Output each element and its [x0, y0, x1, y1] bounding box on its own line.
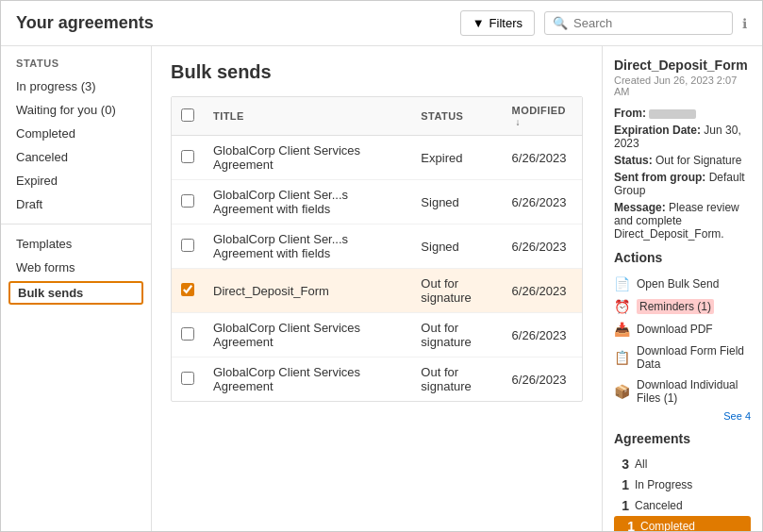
- action-download-individual-label: Download Individual Files (1): [637, 378, 751, 405]
- row-modified: 6/26/2023: [503, 180, 582, 224]
- panel-status: Status: Out for Signature: [614, 154, 751, 167]
- select-all-col: [172, 97, 204, 136]
- agreements-canceled-num: 1: [614, 498, 629, 513]
- sidebar-item-canceled[interactable]: Canceled: [1, 145, 151, 169]
- top-bar: Your agreements ▼ Filters 🔍 ℹ: [1, 1, 762, 46]
- sidebar-item-in-progress[interactable]: In progress (3): [1, 75, 151, 98]
- filter-button[interactable]: ▼ Filters: [460, 10, 535, 36]
- filter-icon: ▼: [473, 16, 485, 30]
- select-all-checkbox[interactable]: [181, 108, 194, 122]
- sidebar-item-web-forms[interactable]: Web forms: [1, 256, 151, 279]
- panel-message: Message: Please review and complete Dire…: [614, 201, 751, 241]
- download-pdf-icon: 📥: [614, 322, 630, 337]
- row-check-col: [172, 357, 204, 402]
- agreements-in-progress-label: In Progress: [635, 478, 692, 491]
- action-download-pdf-label: Download PDF: [637, 323, 713, 336]
- row-status: Out for signature: [411, 313, 502, 357]
- row-checkbox-1[interactable]: [181, 194, 194, 208]
- row-modified: 6/26/2023: [503, 224, 582, 269]
- main-layout: STATUS In progress (3) Waiting for you (…: [1, 46, 762, 531]
- row-checkbox-0[interactable]: [181, 150, 194, 163]
- row-title: GlobalCorp Client Services Agreement: [204, 313, 411, 357]
- agreements-row-in-progress[interactable]: 1 In Progress: [614, 474, 751, 495]
- row-status: Signed: [411, 180, 502, 224]
- sidebar-item-expired[interactable]: Expired: [1, 169, 151, 192]
- agreements-row-canceled[interactable]: 1 Canceled: [614, 495, 751, 516]
- actions-section-title: Actions: [614, 250, 751, 265]
- action-reminders[interactable]: ⏰ Reminders (1): [614, 295, 751, 318]
- table-row[interactable]: GlobalCorp Client Services Agreement Out…: [172, 313, 582, 357]
- row-check-col: [172, 224, 204, 269]
- panel-from: From:: [614, 107, 751, 120]
- row-modified: 6/26/2023: [503, 357, 582, 402]
- top-bar-actions: ▼ Filters 🔍 ℹ: [460, 10, 747, 36]
- sidebar-item-waiting[interactable]: Waiting for you (0): [1, 98, 151, 122]
- row-title: GlobalCorp Client Services Agreement: [204, 357, 411, 402]
- agreements-completed-num: 1: [620, 519, 635, 531]
- table-header-row: TITLE STATUS MODIFIED ↓: [172, 97, 582, 136]
- sidebar-item-draft[interactable]: Draft: [1, 192, 151, 216]
- row-check-col: [172, 136, 204, 180]
- row-title: GlobalCorp Client Ser...s Agreement with…: [204, 224, 411, 269]
- agreements-row-completed[interactable]: 1 Completed: [614, 516, 751, 531]
- row-check-col: [172, 180, 204, 224]
- row-modified: 6/26/2023: [503, 269, 582, 313]
- table-row[interactable]: GlobalCorp Client Ser...s Agreement with…: [172, 180, 582, 224]
- row-modified: 6/26/2023: [503, 136, 582, 180]
- bulk-sends-table: TITLE STATUS MODIFIED ↓: [172, 97, 582, 401]
- info-icon[interactable]: ℹ: [742, 16, 747, 31]
- agreements-row-all[interactable]: 3 All: [614, 454, 751, 474]
- title-col-header[interactable]: TITLE: [204, 97, 411, 136]
- see-all-link[interactable]: See 4: [614, 410, 751, 422]
- right-panel: Direct_Deposit_Form Created Jun 26, 2023…: [602, 46, 762, 531]
- agreements-completed-label: Completed: [640, 520, 695, 531]
- sort-icon: ↓: [516, 117, 521, 127]
- table-row[interactable]: GlobalCorp Client Services Agreement Out…: [172, 357, 582, 402]
- search-box: 🔍: [544, 11, 733, 35]
- action-open-bulk-send-label: Open Bulk Send: [637, 277, 719, 291]
- download-individual-icon: 📦: [614, 384, 630, 399]
- row-status: Out for signature: [411, 357, 502, 402]
- sidebar-item-templates[interactable]: Templates: [1, 232, 151, 256]
- row-title: GlobalCorp Client Services Agreement: [204, 136, 411, 180]
- panel-sent-from: Sent from group: Default Group: [614, 171, 751, 197]
- row-checkbox-4[interactable]: [181, 327, 194, 341]
- status-section-label: STATUS: [1, 58, 151, 75]
- action-download-individual[interactable]: 📦 Download Individual Files (1): [614, 374, 751, 408]
- table-row[interactable]: GlobalCorp Client Services Agreement Exp…: [172, 136, 582, 180]
- row-checkbox-2[interactable]: [181, 239, 194, 252]
- action-download-form-field-label: Download Form Field Data: [637, 344, 751, 371]
- row-checkbox-5[interactable]: [181, 372, 194, 385]
- content-area: Bulk sends TITLE STATUS: [152, 46, 602, 531]
- search-icon: 🔍: [553, 16, 568, 30]
- action-download-pdf[interactable]: 📥 Download PDF: [614, 318, 751, 341]
- agreements-canceled-label: Canceled: [635, 499, 683, 512]
- modified-col-header[interactable]: MODIFIED ↓: [503, 97, 582, 136]
- panel-created: Created Jun 26, 2023 2:07 AM: [614, 75, 751, 97]
- action-download-form-field[interactable]: 📋 Download Form Field Data: [614, 341, 751, 374]
- download-form-field-icon: 📋: [614, 350, 630, 365]
- row-status: Signed: [411, 224, 502, 269]
- sidebar-item-bulk-sends[interactable]: Bulk sends: [8, 281, 143, 305]
- status-col-header[interactable]: STATUS: [411, 97, 502, 136]
- sidebar-divider: [1, 224, 151, 224]
- agreements-section-title: Agreements: [614, 431, 751, 446]
- row-checkbox-3[interactable]: [181, 283, 194, 296]
- row-title: Direct_Deposit_Form: [204, 269, 411, 313]
- table-row[interactable]: Direct_Deposit_Form Out for signature 6/…: [172, 269, 582, 313]
- action-open-bulk-send[interactable]: 📄 Open Bulk Send: [614, 273, 751, 295]
- agreements-in-progress-num: 1: [614, 477, 629, 492]
- open-bulk-send-icon: 📄: [614, 276, 630, 291]
- sidebar-item-completed[interactable]: Completed: [1, 122, 151, 145]
- content-title: Bulk sends: [171, 61, 583, 83]
- action-reminders-label: Reminders (1): [637, 299, 714, 314]
- row-status: Expired: [411, 136, 502, 180]
- panel-doc-title: Direct_Deposit_Form: [614, 58, 751, 73]
- table-row[interactable]: GlobalCorp Client Ser...s Agreement with…: [172, 224, 582, 269]
- panel-expiration: Expiration Date: Jun 30, 2023: [614, 124, 751, 150]
- row-modified: 6/26/2023: [503, 313, 582, 357]
- row-status: Out for signature: [411, 269, 502, 313]
- bulk-sends-table-wrapper: TITLE STATUS MODIFIED ↓: [171, 96, 583, 402]
- agreements-all-num: 3: [614, 457, 629, 472]
- search-input[interactable]: [573, 16, 724, 30]
